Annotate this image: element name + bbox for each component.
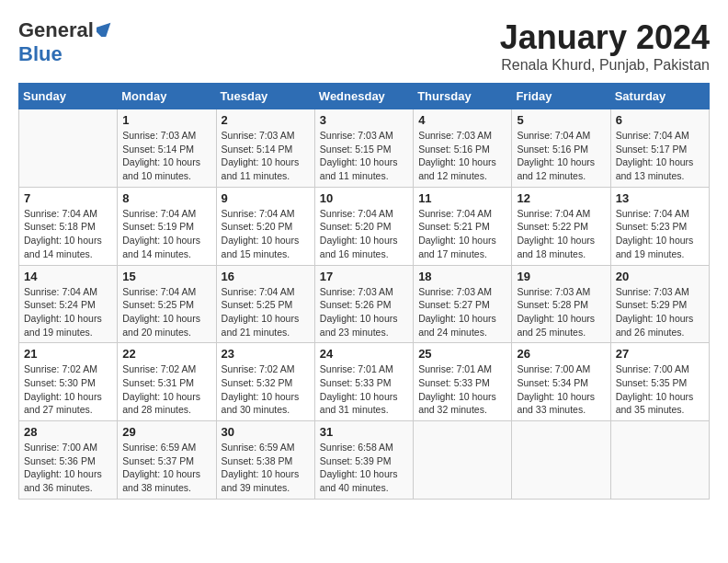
table-row: 12Sunrise: 7:04 AMSunset: 5:22 PMDayligh… [512, 187, 610, 265]
day-number: 25 [418, 347, 506, 361]
header: General Blue January 2024 Renala Khurd, … [18, 18, 710, 74]
col-thursday: Thursday [414, 84, 512, 109]
day-number: 21 [24, 347, 112, 361]
table-row [512, 421, 610, 500]
logo-blue-text: Blue [18, 42, 63, 65]
logo-triangle-icon [97, 20, 113, 40]
table-row: 7Sunrise: 7:04 AMSunset: 5:18 PMDaylight… [19, 187, 118, 265]
table-row: 21Sunrise: 7:02 AMSunset: 5:30 PMDayligh… [19, 343, 118, 421]
calendar-header-row: Sunday Monday Tuesday Wednesday Thursday… [19, 84, 710, 109]
day-info: Sunrise: 7:03 AMSunset: 5:27 PMDaylight:… [418, 285, 506, 339]
day-number: 22 [122, 347, 210, 361]
day-number: 15 [122, 270, 210, 283]
calendar-week-row: 28Sunrise: 7:00 AMSunset: 5:36 PMDayligh… [19, 421, 710, 500]
col-friday: Friday [512, 84, 610, 109]
table-row: 26Sunrise: 7:00 AMSunset: 5:34 PMDayligh… [512, 343, 610, 421]
calendar-table: Sunday Monday Tuesday Wednesday Thursday… [18, 83, 710, 500]
day-number: 14 [24, 270, 112, 283]
day-info: Sunrise: 7:00 AMSunset: 5:35 PMDaylight:… [616, 362, 704, 417]
logo-general-text: General [18, 18, 94, 42]
table-row: 15Sunrise: 7:04 AMSunset: 5:25 PMDayligh… [118, 265, 216, 343]
table-row: 16Sunrise: 7:04 AMSunset: 5:25 PMDayligh… [216, 265, 314, 343]
day-info: Sunrise: 7:00 AMSunset: 5:36 PMDaylight:… [24, 441, 112, 495]
calendar-week-row: 21Sunrise: 7:02 AMSunset: 5:30 PMDayligh… [19, 343, 710, 421]
table-row: 28Sunrise: 7:00 AMSunset: 5:36 PMDayligh… [19, 421, 118, 500]
day-info: Sunrise: 7:00 AMSunset: 5:34 PMDaylight:… [517, 362, 605, 417]
day-number: 24 [320, 347, 408, 361]
title-area: January 2024 Renala Khurd, Punjab, Pakis… [500, 18, 710, 74]
col-saturday: Saturday [610, 84, 709, 109]
table-row [610, 421, 709, 500]
day-number: 5 [517, 113, 605, 127]
table-row: 30Sunrise: 6:59 AMSunset: 5:38 PMDayligh… [216, 421, 314, 500]
day-number: 1 [122, 113, 210, 127]
table-row: 14Sunrise: 7:04 AMSunset: 5:24 PMDayligh… [19, 265, 118, 343]
calendar-week-row: 1Sunrise: 7:03 AMSunset: 5:14 PMDaylight… [19, 109, 710, 188]
day-number: 8 [122, 191, 210, 205]
day-info: Sunrise: 7:03 AMSunset: 5:28 PMDaylight:… [517, 285, 605, 339]
day-number: 16 [222, 270, 310, 283]
day-info: Sunrise: 7:04 AMSunset: 5:17 PMDaylight:… [616, 129, 704, 183]
day-info: Sunrise: 7:03 AMSunset: 5:16 PMDaylight:… [418, 129, 506, 183]
svg-marker-0 [97, 20, 113, 37]
day-info: Sunrise: 7:02 AMSunset: 5:30 PMDaylight:… [24, 362, 112, 417]
day-info: Sunrise: 7:03 AMSunset: 5:26 PMDaylight:… [320, 285, 408, 339]
table-row: 8Sunrise: 7:04 AMSunset: 5:19 PMDaylight… [118, 187, 216, 265]
calendar-subtitle: Renala Khurd, Punjab, Pakistan [500, 57, 710, 74]
day-number: 19 [517, 270, 605, 283]
table-row: 29Sunrise: 6:59 AMSunset: 5:37 PMDayligh… [118, 421, 216, 500]
day-number: 6 [616, 113, 704, 127]
day-number: 26 [517, 347, 605, 361]
table-row: 3Sunrise: 7:03 AMSunset: 5:15 PMDaylight… [314, 109, 413, 188]
day-info: Sunrise: 7:03 AMSunset: 5:29 PMDaylight:… [616, 285, 704, 339]
day-info: Sunrise: 7:04 AMSunset: 5:25 PMDaylight:… [122, 285, 210, 339]
table-row: 11Sunrise: 7:04 AMSunset: 5:21 PMDayligh… [414, 187, 512, 265]
table-row: 31Sunrise: 6:58 AMSunset: 5:39 PMDayligh… [314, 421, 413, 500]
day-info: Sunrise: 7:03 AMSunset: 5:14 PMDaylight:… [222, 129, 310, 183]
col-sunday: Sunday [19, 84, 118, 109]
day-info: Sunrise: 7:04 AMSunset: 5:20 PMDaylight:… [320, 207, 408, 261]
day-info: Sunrise: 7:04 AMSunset: 5:21 PMDaylight:… [418, 207, 506, 261]
calendar-week-row: 7Sunrise: 7:04 AMSunset: 5:18 PMDaylight… [19, 187, 710, 265]
day-number: 31 [320, 425, 408, 439]
day-info: Sunrise: 7:01 AMSunset: 5:33 PMDaylight:… [320, 362, 408, 417]
calendar-title: January 2024 [500, 18, 710, 57]
table-row: 2Sunrise: 7:03 AMSunset: 5:14 PMDaylight… [216, 109, 314, 188]
day-info: Sunrise: 7:04 AMSunset: 5:23 PMDaylight:… [616, 207, 704, 261]
day-number: 18 [418, 270, 506, 283]
day-number: 29 [122, 425, 210, 439]
table-row: 27Sunrise: 7:00 AMSunset: 5:35 PMDayligh… [610, 343, 709, 421]
table-row: 13Sunrise: 7:04 AMSunset: 5:23 PMDayligh… [610, 187, 709, 265]
table-row: 4Sunrise: 7:03 AMSunset: 5:16 PMDaylight… [414, 109, 512, 188]
day-number: 2 [222, 113, 310, 127]
day-info: Sunrise: 6:58 AMSunset: 5:39 PMDaylight:… [320, 441, 408, 495]
day-number: 23 [222, 347, 310, 361]
day-number: 12 [517, 191, 605, 205]
day-number: 3 [320, 113, 408, 127]
col-monday: Monday [118, 84, 216, 109]
day-info: Sunrise: 7:04 AMSunset: 5:18 PMDaylight:… [24, 207, 112, 261]
day-info: Sunrise: 7:03 AMSunset: 5:14 PMDaylight:… [122, 129, 210, 183]
day-number: 17 [320, 270, 408, 283]
table-row: 17Sunrise: 7:03 AMSunset: 5:26 PMDayligh… [314, 265, 413, 343]
day-number: 7 [24, 191, 112, 205]
table-row: 24Sunrise: 7:01 AMSunset: 5:33 PMDayligh… [314, 343, 413, 421]
day-number: 27 [616, 347, 704, 361]
day-info: Sunrise: 7:02 AMSunset: 5:32 PMDaylight:… [222, 362, 310, 417]
day-number: 20 [616, 270, 704, 283]
day-info: Sunrise: 7:04 AMSunset: 5:22 PMDaylight:… [517, 207, 605, 261]
table-row: 22Sunrise: 7:02 AMSunset: 5:31 PMDayligh… [118, 343, 216, 421]
day-info: Sunrise: 7:04 AMSunset: 5:19 PMDaylight:… [122, 207, 210, 261]
table-row: 19Sunrise: 7:03 AMSunset: 5:28 PMDayligh… [512, 265, 610, 343]
day-info: Sunrise: 6:59 AMSunset: 5:38 PMDaylight:… [222, 441, 310, 495]
day-number: 13 [616, 191, 704, 205]
day-info: Sunrise: 7:04 AMSunset: 5:16 PMDaylight:… [517, 129, 605, 183]
logo: General Blue [18, 18, 113, 66]
table-row: 20Sunrise: 7:03 AMSunset: 5:29 PMDayligh… [610, 265, 709, 343]
day-info: Sunrise: 7:02 AMSunset: 5:31 PMDaylight:… [122, 362, 210, 417]
day-info: Sunrise: 6:59 AMSunset: 5:37 PMDaylight:… [122, 441, 210, 495]
day-number: 11 [418, 191, 506, 205]
table-row: 9Sunrise: 7:04 AMSunset: 5:20 PMDaylight… [216, 187, 314, 265]
table-row: 1Sunrise: 7:03 AMSunset: 5:14 PMDaylight… [118, 109, 216, 188]
table-row [19, 109, 118, 188]
